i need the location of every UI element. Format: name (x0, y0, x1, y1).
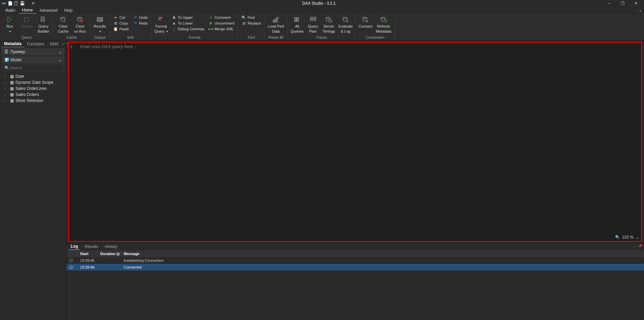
minimize-panel-icon[interactable]: ─ (633, 244, 636, 249)
ribbon-group-format: Format Query ATo Upper aTo Lower ⁏Debug … (151, 14, 238, 40)
svg-point-0 (2, 2, 4, 4)
pin-panel-icon[interactable]: 📌 (638, 244, 642, 249)
undo-icon: ↶ (133, 15, 138, 20)
format-query-button[interactable]: Format Query (153, 15, 169, 34)
close-button[interactable]: ✕ (629, 0, 643, 7)
svg-point-1 (4, 2, 6, 4)
col-duration[interactable]: Duration ◷ (98, 250, 121, 257)
col-start[interactable]: Start (77, 250, 98, 257)
queries-icon (293, 15, 301, 24)
svg-rect-17 (310, 17, 316, 19)
info-icon: ⓘ (67, 265, 77, 270)
minimize-button[interactable]: ─ (602, 0, 616, 7)
tab-results[interactable]: Results (83, 244, 100, 250)
tree-table-item[interactable]: ›▦Slicer Selection (0, 98, 66, 104)
zoom-icon: 🔍 (615, 235, 620, 240)
model-select[interactable]: 🧊 Model ⌄ (2, 57, 64, 63)
collapse-ribbon-icon[interactable]: ⌄ (639, 8, 642, 12)
tree-table-item[interactable]: ›▦Sales OrderLines (0, 85, 66, 92)
results-button[interactable]: Results (92, 15, 108, 34)
clock-icon: ◷ (116, 252, 120, 256)
menu-advanced[interactable]: Advanced (36, 7, 61, 13)
tree-table-item[interactable]: ›▦Dynamic Date Scope (0, 79, 66, 85)
tab-metadata[interactable]: Metadata (1, 41, 24, 47)
clear-cache-button[interactable]: Clear Cache (55, 15, 71, 34)
database-select[interactable]: 🗄 Пример ⌄ (2, 48, 64, 55)
clear-on-run-button[interactable]: Clear on Run (72, 15, 88, 34)
server-timings-button[interactable]: ServerTimings (321, 15, 337, 34)
open-file-icon[interactable] (13, 1, 19, 6)
tab-functions[interactable]: Functions (24, 41, 47, 47)
debug-commas-button[interactable]: ⁏Debug Commas (170, 26, 205, 32)
chevron-right-icon: › (5, 75, 8, 78)
tree-table-item[interactable]: ›▦Date (0, 73, 66, 79)
find-button[interactable]: 🔍Find (240, 15, 262, 20)
chevron-down-icon: ⌄ (59, 49, 62, 54)
grid-icon (96, 15, 104, 24)
undo-button[interactable]: ↶Undo (131, 15, 149, 20)
svg-point-6 (78, 17, 82, 19)
zoom-control[interactable]: 🔍 102 % ⌄ (615, 235, 639, 240)
database-play-icon (76, 15, 84, 24)
search-input[interactable] (9, 66, 62, 70)
cube-icon: 🧊 (4, 58, 9, 62)
tab-history[interactable]: History (103, 244, 119, 250)
redo-button[interactable]: ↷Redo (131, 21, 149, 26)
perf-icon (272, 15, 280, 24)
log-row[interactable]: ⓘ 13:39:45 Establishing Connection (67, 257, 644, 264)
refresh-metadata-button[interactable]: RefreshMetadata (375, 15, 393, 34)
theme-icon[interactable]: ☀ (30, 1, 36, 6)
table-icon: ▦ (9, 74, 14, 79)
panel-tabs: Metadata Functions DMV ⤢ 📌 (0, 40, 66, 48)
svg-rect-15 (295, 17, 296, 22)
table-icon: ▦ (9, 98, 14, 103)
clipboard-icon: 📋 (113, 27, 118, 31)
merge-xml-button[interactable]: ⟷Merge XML (207, 26, 236, 32)
comment-button[interactable]: ≡Comment (207, 15, 236, 20)
pin-icon[interactable]: ⤢ (62, 42, 65, 46)
app-icon (1, 1, 7, 6)
tab-dmv[interactable]: DMV (47, 41, 62, 47)
paste-button[interactable]: 📋Paste (112, 26, 130, 32)
cancel-button[interactable]: Cancel (19, 15, 34, 29)
tree-table-item[interactable]: ›▦Sales Orders (0, 92, 66, 98)
uncomment-icon: ≢ (209, 21, 213, 26)
query-plan-button[interactable]: QueryPlan (306, 15, 320, 34)
line-number: 1 (70, 44, 73, 49)
play-icon (6, 15, 14, 24)
chevron-down-icon: ⌄ (636, 235, 639, 240)
tab-log[interactable]: Log (69, 243, 80, 250)
connect-button[interactable]: Connect (358, 15, 373, 29)
replace-button[interactable]: ⇄Replace (240, 21, 262, 26)
copy-button[interactable]: ⧉Copy (112, 21, 130, 26)
cancel-label: Cancel (21, 24, 32, 29)
all-queries-button[interactable]: AllQueries (290, 15, 305, 34)
menu-home[interactable]: Home (19, 7, 36, 14)
query-builder-button[interactable]: Query Builder (36, 15, 51, 34)
output-tabs: Log Results History ─ 📌 (67, 243, 644, 250)
menu-help[interactable]: Help (61, 7, 76, 13)
evaluate-log-button[interactable]: Evaluate& Log (338, 15, 353, 34)
editor-wrap: 1 Enter your DAX query here... 🔍 102 % ⌄… (67, 40, 644, 320)
to-lower-button[interactable]: aTo Lower (170, 21, 205, 26)
svg-rect-10 (158, 19, 161, 20)
metadata-search[interactable]: 🔍 (2, 65, 64, 71)
menu-file[interactable]: Файл (2, 7, 19, 13)
ribbon-group-connection: Connect RefreshMetadata Connection (356, 14, 395, 40)
to-upper-button[interactable]: ATo Upper (170, 15, 205, 20)
run-button[interactable]: Run (2, 15, 17, 34)
new-file-icon[interactable]: 📄 (7, 1, 13, 6)
save-icon[interactable]: 💾 (20, 1, 25, 6)
model-select-value: Model (10, 58, 22, 62)
svg-point-19 (326, 17, 330, 19)
info-icon: ⓘ (67, 258, 77, 263)
maximize-button[interactable]: ❐ (616, 0, 629, 7)
log-row[interactable]: ⓘ 13:39:46 Connected (67, 264, 644, 271)
cut-button[interactable]: ✂Cut (112, 15, 130, 20)
load-perf-data-button[interactable]: Load Perf Data (267, 15, 285, 34)
query-editor[interactable]: 1 Enter your DAX query here... 🔍 102 % ⌄ (68, 42, 642, 242)
uncomment-button[interactable]: ≢Uncomment (207, 21, 236, 26)
xml-icon: ⟷ (209, 27, 213, 31)
col-message[interactable]: Message (121, 250, 644, 257)
chevron-down-icon: ⌄ (59, 58, 62, 62)
